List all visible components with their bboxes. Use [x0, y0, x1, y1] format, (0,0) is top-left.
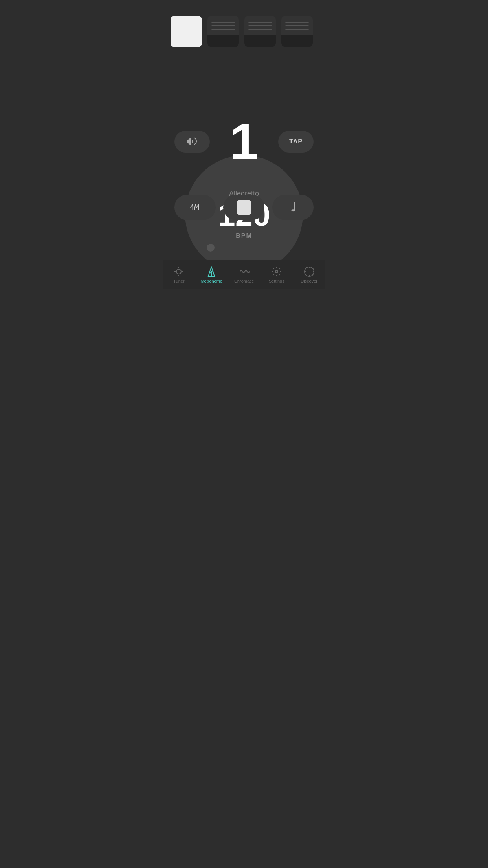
tab-metronome[interactable]: Metronome — [195, 266, 228, 283]
time-signature-button[interactable]: 4/4 — [174, 195, 216, 220]
beat-indicator-row — [163, 0, 325, 55]
bpm-unit: BPM — [236, 232, 252, 239]
note-icon: ♩ — [290, 202, 296, 213]
tuner-icon — [173, 266, 184, 277]
tab-chromatic-label: Chromatic — [234, 279, 254, 283]
stop-icon — [237, 200, 251, 215]
note-button[interactable]: ♩ — [272, 195, 314, 220]
svg-point-9 — [305, 267, 314, 276]
tab-chromatic[interactable]: Chromatic — [228, 266, 261, 283]
svg-point-0 — [176, 269, 181, 274]
tab-discover[interactable]: Discover — [293, 266, 325, 283]
dial-position-indicator — [207, 244, 215, 252]
beat-indicator-4[interactable] — [281, 16, 313, 47]
tap-button[interactable]: TAP — [278, 131, 314, 153]
svg-point-8 — [275, 270, 278, 273]
tab-tuner-label: Tuner — [173, 279, 184, 283]
volume-button[interactable] — [174, 131, 210, 153]
beat-indicator-2[interactable] — [207, 16, 239, 47]
chromatic-icon — [238, 266, 250, 277]
tab-settings[interactable]: Settings — [260, 266, 293, 283]
bottom-controls: 4/4 ♩ — [163, 195, 325, 220]
beat-indicator-3[interactable] — [244, 16, 276, 47]
settings-icon — [271, 266, 282, 277]
beat-indicator-1[interactable] — [171, 16, 202, 47]
stop-button[interactable] — [223, 195, 264, 220]
tab-settings-label: Settings — [269, 279, 284, 283]
current-beat: 1 — [230, 116, 258, 167]
tab-discover-label: Discover — [301, 279, 317, 283]
tab-metronome-label: Metronome — [200, 279, 222, 283]
discover-icon — [304, 266, 315, 277]
tab-bar: Tuner Metronome Chromatic Settin — [163, 260, 325, 289]
metronome-icon — [206, 266, 217, 277]
tab-tuner[interactable]: Tuner — [163, 266, 195, 283]
